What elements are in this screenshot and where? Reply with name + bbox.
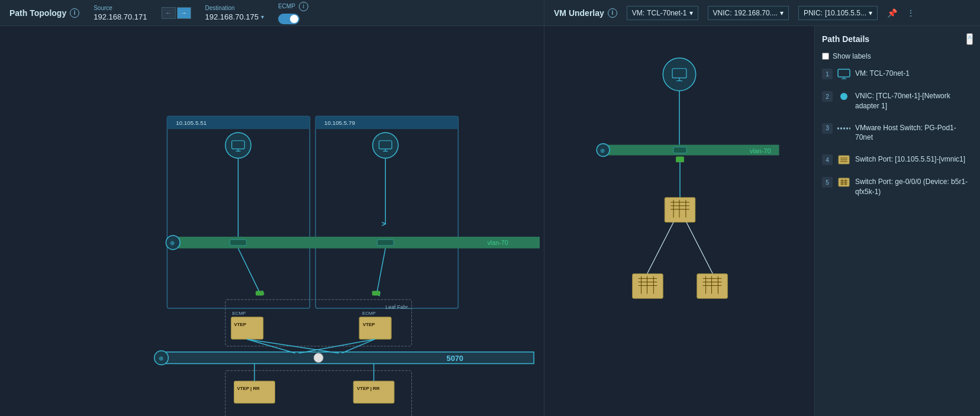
vtep-rr1-label: VTEP | RR bbox=[237, 386, 260, 391]
path-topology-info-icon[interactable]: i bbox=[70, 8, 79, 18]
underlay-info-icon[interactable]: i bbox=[608, 8, 617, 18]
path-item-3-num: 3 bbox=[822, 123, 833, 134]
underlay-switch1-left-line bbox=[647, 222, 673, 273]
vlan-dot1 bbox=[230, 240, 247, 246]
source-label: Source bbox=[94, 5, 147, 11]
vlan-connector-symbol: ⊕ bbox=[170, 240, 175, 246]
path-details-header: Path Details ^ bbox=[822, 33, 973, 45]
port5070-bar-fill bbox=[162, 352, 534, 364]
pin-button[interactable]: 📌 bbox=[887, 8, 897, 18]
svg-point-3 bbox=[840, 93, 847, 100]
pnic-value: [10.105.5.5... bbox=[825, 9, 866, 17]
destination-section: Destination 192.168.70.175 ▾ bbox=[205, 5, 264, 21]
show-labels-row: Show labels bbox=[822, 52, 973, 60]
right-content: ⊕ vlan-70 bbox=[544, 26, 980, 416]
path-item-1-num: 1 bbox=[822, 69, 833, 79]
path-item-2-circle-icon bbox=[837, 91, 850, 102]
vm-underlay-title: VM Underlay i bbox=[554, 8, 617, 18]
underlay-green-dot bbox=[676, 156, 684, 162]
underlay-vm-circle bbox=[663, 58, 696, 91]
direction-buttons: ← → bbox=[162, 7, 191, 19]
right-panel: VM Underlay i VM: TCL-70net-1 ▾ VNIC: 19… bbox=[544, 0, 980, 416]
show-labels-text: Show labels bbox=[833, 52, 871, 60]
vtep2-green-dot bbox=[372, 291, 381, 296]
vnic-dropdown[interactable]: VNIC: 192.168.70.... ▾ bbox=[708, 6, 789, 20]
vtep2-label: VTEP bbox=[363, 322, 375, 327]
underlay-switch3-box bbox=[697, 274, 728, 299]
vm-label: VM: bbox=[632, 9, 644, 17]
path-item-3-text: VMware Host Switch: PG-Pod1-70net bbox=[855, 123, 973, 143]
vlan1-vtep-line bbox=[238, 249, 260, 294]
arrow-left-button[interactable]: ← bbox=[162, 7, 176, 19]
collapse-button[interactable]: ^ bbox=[966, 33, 973, 45]
underlay-canvas: ⊕ vlan-70 bbox=[544, 26, 814, 416]
title-text: Path Topology bbox=[9, 8, 66, 18]
path-item-4-num: 4 bbox=[822, 154, 833, 165]
path-item-4-text: Switch Port: [10.105.5.51]-[vmnic1] bbox=[855, 154, 965, 165]
underlay-vlan-dot bbox=[673, 147, 686, 153]
destination-dropdown[interactable]: 192.168.70.175 ▾ bbox=[205, 12, 264, 21]
destination-chevron-icon: ▾ bbox=[261, 14, 264, 20]
ecmp-section: ECMP i bbox=[278, 2, 308, 24]
path-item-5-num: 5 bbox=[822, 177, 833, 188]
vtep-rr2-box bbox=[353, 381, 394, 403]
vlan-label: vlan-70 bbox=[487, 239, 508, 246]
path-details-title: Path Details bbox=[822, 34, 869, 44]
underlay-switch2-box bbox=[633, 274, 663, 299]
vtep1-green-dot bbox=[256, 291, 264, 296]
underlay-switch1-right-line bbox=[686, 222, 713, 273]
destination-value: 192.168.70.175 bbox=[205, 12, 259, 21]
vtep-rr1-box bbox=[234, 381, 275, 403]
path-item-5-text: Switch Port: ge-0/0/0 (Device: b5r1-qfx5… bbox=[855, 177, 973, 197]
vm-chevron-icon: ▾ bbox=[689, 9, 693, 17]
vlan-bar bbox=[173, 237, 540, 249]
underlay-svg: ⊕ vlan-70 bbox=[544, 26, 814, 416]
source-value: 192.168.70.171 bbox=[94, 12, 147, 21]
pnic-chevron-icon: ▾ bbox=[869, 9, 872, 17]
vnic-label: VNIC: bbox=[713, 9, 732, 17]
vtep1-label: VTEP bbox=[234, 322, 247, 327]
vnic-chevron-icon: ▾ bbox=[780, 9, 784, 17]
vm-node2-circle bbox=[373, 133, 398, 158]
path-item-2-text: VNIC: [TCL-70net-1]-[Network adapter 1] bbox=[855, 91, 973, 111]
arrow-right-button[interactable]: → bbox=[177, 7, 191, 19]
vtep-rr2-label: VTEP | RR bbox=[357, 386, 380, 391]
right-header: VM Underlay i VM: TCL-70net-1 ▾ VNIC: 19… bbox=[544, 0, 980, 26]
vm-value: TCL-70net-1 bbox=[647, 9, 686, 17]
vlan2-vtep-line bbox=[377, 249, 386, 294]
port5070-label: 5070 bbox=[447, 354, 463, 363]
path-item-2-num: 2 bbox=[822, 91, 833, 102]
host1-ip-label: 10.105.5.51 bbox=[176, 120, 207, 126]
path-item-3-dash-icon bbox=[837, 123, 850, 134]
vm-dropdown[interactable]: VM: TCL-70net-1 ▾ bbox=[627, 6, 698, 20]
show-labels-checkbox[interactable] bbox=[822, 53, 829, 60]
underlay-vlan-connector-symbol: ⊕ bbox=[600, 147, 605, 154]
ecmp-label: ECMP bbox=[278, 3, 295, 9]
path-item-5: 5 Switch Port: ge-0/0/0 (Device: b5r1-qf… bbox=[822, 177, 973, 201]
path-item-1-monitor-icon bbox=[837, 69, 850, 79]
pnic-dropdown[interactable]: PNIC: [10.105.5.5... ▾ bbox=[798, 6, 878, 20]
port5070-connector-symbol: ⊕ bbox=[159, 355, 163, 362]
topology-svg: 10.105.5.51 10.105.5.79 ⊕ bbox=[0, 26, 544, 416]
path-item-2: 2 VNIC: [TCL-70net-1]-[Network adapter 1… bbox=[822, 91, 973, 115]
path-item-1-text: VM: TCL-70net-1 bbox=[855, 69, 910, 79]
ecmp-toggle[interactable] bbox=[278, 14, 299, 24]
ecmp1-label: ECMP bbox=[233, 311, 246, 316]
topology-canvas: 10.105.5.51 10.105.5.79 ⊕ bbox=[0, 26, 544, 416]
ecmp-info-icon[interactable]: i bbox=[299, 2, 308, 11]
path-item-1: 1 VM: TCL-70net-1 bbox=[822, 69, 973, 83]
path-item-4-port-icon bbox=[837, 154, 850, 165]
destination-label: Destination bbox=[205, 5, 264, 11]
path-topology-title: Path Topology i bbox=[9, 8, 79, 18]
path-item-4: 4 Switch Port: [10.105.5.51]-[vmnic1] bbox=[822, 154, 973, 169]
port5070-circle bbox=[314, 353, 323, 363]
vnic-value: 192.168.70.... bbox=[734, 9, 778, 17]
menu-button[interactable]: ⋮ bbox=[907, 8, 915, 18]
vtep2-box bbox=[359, 317, 391, 339]
path-details-panel: Path Details ^ Show labels 1 VM: TCL-70n… bbox=[814, 26, 980, 416]
source-section: Source 192.168.70.171 bbox=[94, 5, 147, 21]
leaf-fabric-label: Leaf Fabr... bbox=[385, 304, 412, 310]
vtep1-box bbox=[231, 317, 263, 339]
vlan-dot2 bbox=[378, 240, 394, 246]
left-header: Path Topology i Source 192.168.70.171 ← … bbox=[0, 0, 544, 26]
